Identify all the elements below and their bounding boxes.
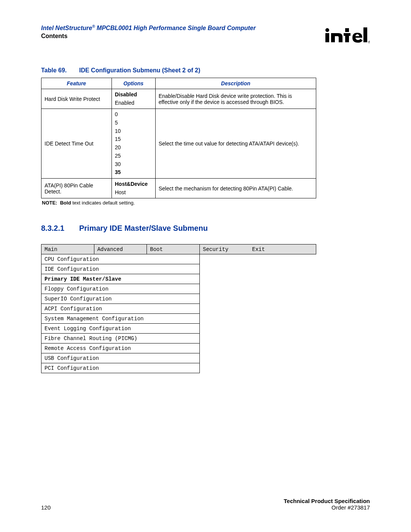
bios-menu-item: Fibre Channel Routing (PICMG): [41, 334, 200, 343]
footer-order-number: Order #273817: [284, 504, 370, 511]
table-row: Hard Disk Write ProtectDisabledEnabledEn…: [41, 89, 316, 109]
bios-menu-item: SuperIO Configuration: [41, 294, 200, 304]
option-value: Host&Device: [115, 180, 152, 189]
feature-cell: Hard Disk Write Protect: [41, 89, 112, 109]
svg-rect-3: [345, 28, 349, 32]
description-cell: Select the mechanism for detecting 80Pin…: [155, 178, 316, 198]
bios-tab-spacer: [301, 244, 316, 254]
bios-menu-row: Event Logging Configuration: [41, 324, 316, 334]
table-row: IDE Detect Time Out05101520253035Select …: [41, 109, 316, 179]
ide-config-table: Feature Options Description Hard Disk Wr…: [41, 78, 316, 198]
page-number: 120: [41, 504, 51, 511]
table-title: IDE Configuration Submenu (Sheet 2 of 2): [79, 67, 200, 74]
option-value: 10: [115, 127, 152, 136]
bios-menu-row: Floppy Configuration: [41, 284, 316, 294]
header-text-block: Intel NetStructure® MPCBL0001 High Perfo…: [41, 24, 324, 40]
option-value: 35: [115, 168, 152, 177]
svg-rect-1: [325, 33, 329, 42]
doc-title-prefix: Intel NetStructure: [41, 25, 92, 31]
bios-menu-item: CPU Configuration: [41, 254, 200, 264]
svg-rect-6: [363, 27, 367, 42]
bios-menu-item: Primary IDE Master/Slave: [41, 274, 200, 284]
bios-menu-item: PCI Configuration: [41, 363, 200, 373]
bios-menu-item: Remote Access Configuration: [41, 343, 200, 353]
bios-menu-row: CPU Configuration: [41, 254, 316, 264]
svg-point-0: [325, 28, 329, 32]
section-number: 8.3.2.1: [41, 224, 79, 233]
bios-menu-row: PCI Configuration: [41, 363, 316, 373]
col-header-feature: Feature: [41, 78, 112, 89]
table-caption: Table 69. IDE Configuration Submenu (She…: [41, 67, 370, 74]
option-value: Enabled: [115, 99, 152, 107]
option-value: 5: [115, 119, 152, 127]
page-header: Intel NetStructure® MPCBL0001 High Perfo…: [41, 24, 370, 46]
intel-logo-icon: ®: [324, 25, 370, 44]
bios-menu-row: USB Configuration: [41, 353, 316, 363]
section-title: Primary IDE Master/Slave Submenu: [79, 224, 208, 233]
note-rest: text indicates default setting.: [71, 200, 135, 206]
table-header-row: Feature Options Description: [41, 78, 316, 89]
bios-tab-advanced: Advanced: [94, 244, 147, 254]
description-cell: Enable/Disable Hard Disk device write pr…: [155, 89, 316, 109]
option-value: 15: [115, 135, 152, 144]
svg-rect-5: [345, 33, 349, 42]
options-cell: DisabledEnabled: [112, 89, 155, 109]
options-cell: 05101520253035: [112, 109, 155, 179]
bios-tab-security: Security: [200, 244, 249, 254]
col-header-options: Options: [112, 78, 155, 89]
bios-menu-row: Remote Access Configuration: [41, 343, 316, 353]
bios-menu-item: Floppy Configuration: [41, 284, 200, 294]
bios-menu-item: USB Configuration: [41, 353, 200, 363]
document-title: Intel NetStructure® MPCBL0001 High Perfo…: [41, 24, 324, 32]
note-bold-word: Bold: [60, 200, 71, 206]
bios-tab-main: Main: [41, 244, 94, 254]
svg-rect-2: [331, 33, 335, 42]
option-value: Host: [115, 189, 152, 197]
bios-menu-item: System Management Configuration: [41, 314, 200, 324]
options-cell: Host&DeviceHost: [112, 178, 155, 198]
option-value: 30: [115, 160, 152, 169]
bios-tabs-row: Main Advanced Boot Security Exit: [41, 244, 316, 254]
col-header-description: Description: [155, 78, 316, 89]
table-note: NOTE: Bold text indicates default settin…: [42, 200, 370, 206]
description-cell: Select the time out value for detecting …: [155, 109, 316, 179]
registered-mark: ®: [92, 24, 95, 29]
feature-cell: ATA(PI) 80Pin Cable Detect.: [41, 178, 112, 198]
footer-spec-title: Technical Product Specification: [284, 498, 370, 504]
bios-menu-row: IDE Configuration: [41, 264, 316, 274]
footer-right: Technical Product Specification Order #2…: [284, 498, 370, 511]
bios-menu-item: IDE Configuration: [41, 264, 200, 274]
option-value: 20: [115, 144, 152, 152]
bios-menu-item: ACPI Configuration: [41, 304, 200, 314]
contents-label: Contents: [41, 33, 324, 40]
section-heading: 8.3.2.1 Primary IDE Master/Slave Submenu: [41, 224, 370, 233]
bios-menu-item: Event Logging Configuration: [41, 324, 200, 334]
table-number: Table 69.: [41, 67, 79, 74]
option-value: Disabled: [115, 91, 152, 99]
bios-menu-row: Primary IDE Master/Slave: [41, 274, 316, 284]
bios-menu-row: System Management Configuration: [41, 314, 316, 324]
intel-logo: ®: [324, 24, 370, 46]
svg-text:®: ®: [368, 40, 370, 44]
option-value: 0: [115, 110, 152, 119]
table-row: ATA(PI) 80Pin Cable Detect.Host&DeviceHo…: [41, 178, 316, 198]
page-footer: 120 Technical Product Specification Orde…: [41, 498, 370, 511]
bios-menu-row: SuperIO Configuration: [41, 294, 316, 304]
note-label: NOTE:: [42, 200, 57, 206]
option-value: 25: [115, 152, 152, 160]
bios-menu-row: Fibre Channel Routing (PICMG): [41, 334, 316, 343]
bios-tab-boot: Boot: [147, 244, 200, 254]
feature-cell: IDE Detect Time Out: [41, 109, 112, 179]
bios-menu-row: ACPI Configuration: [41, 304, 316, 314]
bios-tab-exit: Exit: [249, 244, 301, 254]
doc-title-suffix: MPCBL0001 High Performance Single Board …: [95, 25, 256, 31]
bios-menu-table: Main Advanced Boot Security Exit CPU Con…: [41, 244, 316, 373]
